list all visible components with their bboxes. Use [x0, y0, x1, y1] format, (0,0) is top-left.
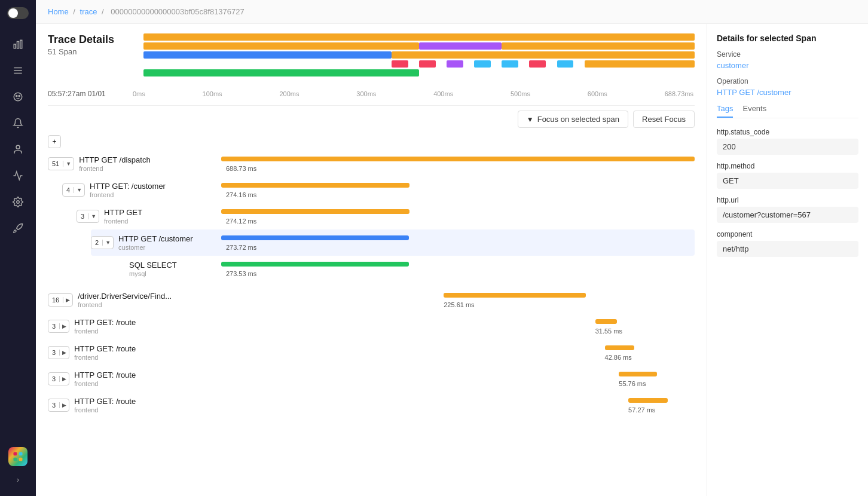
span-bars: 688.73 ms [221, 153, 695, 174]
span-row: 51 ▼ HTTP GET /dispatch frontend 688.73 … [48, 151, 695, 177]
span-bars: 31.55 ms [221, 316, 695, 337]
span-bars: 273.72 ms [221, 232, 695, 253]
focus-selected-span-button[interactable]: ▼ Focus on selected span [518, 111, 628, 128]
tag-component: component net/http [717, 230, 858, 257]
span-bars: 274.12 ms [221, 206, 695, 227]
span-row: 3 ▶ HTTP GET: /route frontend 42.86 ms [48, 339, 695, 366]
trace-header: Trace Details 51 Span [48, 33, 695, 75]
main-content: Home / trace / 00000000000000003bf05c8f8… [36, 0, 868, 496]
span-bars: 55.76 ms [221, 368, 695, 390]
person-icon[interactable] [7, 139, 29, 160]
span-bars: 57.27 ms [221, 394, 695, 416]
bell-icon[interactable] [7, 112, 29, 134]
tags-list: http.status_code 200 http.method GET htt… [717, 128, 858, 257]
tab-events[interactable]: Events [742, 104, 766, 118]
span-info: HTTP GET frontend [104, 208, 188, 225]
rocket-icon[interactable] [7, 218, 29, 239]
tick-200ms: 200ms [279, 90, 299, 97]
span-info: HTTP GET: /customer frontend [90, 182, 173, 198]
slack-logo[interactable] [8, 447, 27, 466]
tick-300ms: 300ms [356, 90, 376, 97]
svg-rect-0 [14, 44, 16, 48]
span-row: 3 ▶ HTTP GET: /route frontend 57.27 ms [48, 392, 695, 418]
face-icon[interactable] [7, 86, 29, 108]
span-info: HTTP GET /customer customer [118, 234, 202, 251]
timeline-ruler: 05:57:27am 01/01 0ms 100ms 200ms 300ms 4… [48, 87, 695, 106]
trace-span-count: 51 Span [48, 47, 132, 56]
svg-point-9 [16, 145, 20, 149]
tick-100ms: 100ms [203, 90, 222, 97]
trace-panel: Trace Details 51 Span [36, 24, 707, 496]
expand-all-button[interactable]: + [48, 135, 61, 148]
tick-400ms: 400ms [433, 90, 453, 97]
span-badge: 3 ▼ [77, 210, 99, 223]
breadcrumb-sep1: / [73, 7, 75, 16]
sidebar-bottom: › [8, 447, 27, 489]
svg-rect-13 [14, 458, 17, 461]
tag-http-method: http.method GET [717, 162, 858, 189]
breadcrumb-trace[interactable]: trace [80, 7, 97, 16]
span-row-selected[interactable]: 2 ▼ HTTP GET /customer customer 273.72 m… [91, 229, 695, 256]
span-row: 3 ▶ HTTP GET: /route frontend 31.55 ms [48, 313, 695, 339]
tick-500ms: 500ms [511, 90, 530, 97]
span-row: 3 ▶ HTTP GET: /route frontend 55.76 ms [48, 366, 695, 392]
span-badge: 51 ▼ [48, 157, 74, 170]
right-panel: Details for selected Span Service custom… [707, 24, 868, 496]
focus-btn-label: Focus on selected span [537, 115, 619, 124]
theme-toggle[interactable] [7, 7, 29, 19]
span-row: 16 ▶ /driver.DriverService/Find... front… [48, 287, 695, 313]
collapse-sidebar-button[interactable]: › [9, 471, 27, 489]
span-bars: 42.86 ms [221, 342, 695, 363]
panel-title: Details for selected Span [717, 33, 858, 43]
mini-flamegraph [143, 33, 695, 75]
svg-rect-11 [14, 452, 17, 456]
svg-rect-12 [19, 452, 23, 456]
span-badge: 3 ▶ [48, 320, 69, 333]
svg-rect-14 [19, 458, 23, 461]
svg-rect-2 [20, 40, 22, 48]
breadcrumb-home[interactable]: Home [48, 7, 69, 16]
sidebar: › [0, 0, 36, 496]
svg-rect-1 [17, 42, 19, 48]
span-bars: 225.61 ms [221, 289, 695, 311]
span-bars: 273.53 ms [221, 258, 695, 280]
span-tree: + 51 ▼ HTTP GET /dispatch frontend [48, 135, 695, 418]
span-info: SQL SELECT mysql [129, 261, 213, 277]
trace-title: Trace Details [48, 33, 132, 46]
breadcrumb: Home / trace / 00000000000000003bf05c8f8… [36, 0, 868, 24]
bar-chart-icon[interactable] [7, 33, 29, 55]
service-label: Service [717, 50, 858, 59]
tick-600ms: 600ms [588, 90, 607, 97]
service-value-link[interactable]: customer [717, 61, 858, 70]
ruler-ticks: 0ms 100ms 200ms 300ms 400ms 500ms 600ms … [132, 90, 695, 97]
reset-focus-button[interactable]: Reset Focus [633, 111, 695, 128]
svg-point-8 [19, 95, 20, 96]
tick-end: 688.73ms [665, 90, 693, 97]
tag-http-status-code: http.status_code 200 [717, 128, 858, 155]
gear-icon[interactable] [7, 191, 29, 213]
tag-http-url: http.url /customer?customer=567 [717, 196, 858, 223]
span-badge: 3 ▶ [48, 346, 69, 359]
span-badge: 2 ▼ [91, 236, 114, 249]
list-icon[interactable] [7, 60, 29, 81]
operation-label: Operation [717, 77, 858, 85]
svg-point-7 [16, 95, 17, 96]
svg-point-6 [14, 93, 22, 101]
span-badge: 3 ▶ [48, 372, 69, 385]
operation-value-link[interactable]: HTTP GET /customer [717, 88, 858, 97]
tab-tags[interactable]: Tags [717, 104, 733, 118]
trace-title-block: Trace Details 51 Span [48, 33, 132, 56]
span-info: HTTP GET /dispatch frontend [79, 155, 163, 172]
span-info: HTTP GET: /route frontend [74, 318, 158, 335]
span-badge: 4 ▼ [62, 183, 85, 197]
span-info: HTTP GET: /route frontend [74, 371, 158, 387]
tick-0ms: 0ms [133, 90, 145, 97]
span-row: 3 ▼ HTTP GET frontend 274.12 ms [77, 203, 695, 229]
svg-point-10 [17, 201, 20, 204]
panel-tabs: Tags Events [717, 104, 858, 118]
span-badge: 3 ▶ [48, 399, 69, 412]
span-row: SQL SELECT mysql 273.53 ms [105, 256, 695, 282]
breadcrumb-trace-id: 00000000000000003bf05c8f81376727 [111, 7, 244, 16]
content-area: Trace Details 51 Span [36, 24, 868, 496]
graph-icon[interactable] [7, 165, 29, 186]
